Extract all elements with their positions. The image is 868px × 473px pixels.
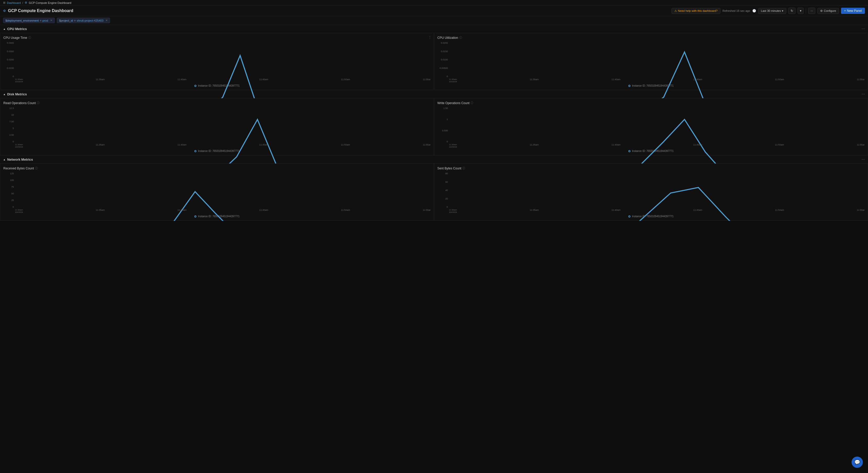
received-bytes-title: Received Bytes Count ⓘ xyxy=(3,166,431,170)
y-axis: 0.0200 0.0150 0.0100 0.00500 0 xyxy=(437,42,449,77)
read-ops-title: Read Operations Count ⓘ xyxy=(3,101,431,105)
filter-project[interactable]: $project_id = shruti-project-425403 ✕ xyxy=(57,18,110,23)
filter-deployment[interactable]: $deployment_environment = prod ✕ xyxy=(3,18,55,23)
received-bytes-chart: 125 100 75 50 25 0 11:30am 10/23/24 11:3… xyxy=(3,172,431,213)
header-controls: ⚠ Need help with this dashboard? Refresh… xyxy=(672,8,865,14)
x-axis: 11:30am 10/23/24 11:35am 11:40am 11:45am… xyxy=(449,209,865,213)
cpu-usage-time-panel: CPU Usage Time ⓘ ⋮ 0.0400 0.0300 0.0200 … xyxy=(0,33,434,90)
more-icon: ··· xyxy=(810,9,813,12)
collapse-icon: ▲ xyxy=(3,93,6,96)
y-axis: 1.50 1 0.500 0 xyxy=(437,107,449,143)
network-charts-grid: Received Bytes Count ⓘ 125 100 75 50 25 … xyxy=(0,163,868,221)
breadcrumb: ⊞ Dashboard / ⚙ GCP Compute Engine Dashb… xyxy=(0,0,868,6)
section-more-button[interactable]: ··· xyxy=(862,27,865,31)
chevron-down-icon: ▾ xyxy=(782,9,783,12)
x-axis: 11:30am 10/23/24 11:35am 11:40am 11:45am… xyxy=(449,78,865,83)
chart-more-button[interactable]: ⋮ xyxy=(428,35,432,39)
plus-icon: + xyxy=(844,9,846,12)
info-icon[interactable]: ⓘ xyxy=(462,166,465,170)
breadcrumb-separator: / xyxy=(22,1,23,4)
help-button[interactable]: ⚠ Need help with this dashboard? xyxy=(672,8,720,14)
chevron-down-icon: ▾ xyxy=(800,9,801,12)
info-icon[interactable]: ⓘ xyxy=(459,36,462,40)
home-icon: ⊞ xyxy=(3,1,5,4)
page-title: GCP Compute Engine Dashboard xyxy=(8,8,73,13)
read-ops-panel: Read Operations Count ⓘ 12.5 10 7.50 5 2… xyxy=(0,98,434,155)
gear-icon: ⚙ xyxy=(820,9,823,12)
help-icon: ⚠ xyxy=(674,9,677,12)
cpu-metrics-section: ▲ CPU Metrics ··· CPU Usage Time ⓘ ⋮ 0.0… xyxy=(0,25,868,90)
refresh-button[interactable]: ↻ xyxy=(788,8,796,14)
info-icon[interactable]: ⓘ xyxy=(35,166,38,170)
breadcrumb-icon: ⚙ xyxy=(25,1,27,4)
write-ops-chart: 1.50 1 0.500 0 11:30am 10/23/24 11:35am … xyxy=(437,107,865,148)
cpu-utilization-title: CPU Utilization ⓘ xyxy=(437,36,865,40)
clock-icon: 🕐 xyxy=(752,9,756,12)
cpu-charts-grid: CPU Usage Time ⓘ ⋮ 0.0400 0.0300 0.0200 … xyxy=(0,33,868,90)
cpu-section-title: CPU Metrics xyxy=(7,27,27,31)
sent-bytes-chart: 80 60 40 20 0 11:30am 10/23/24 11:35am 1… xyxy=(437,172,865,213)
refresh-info: Refreshed 16 sec ago xyxy=(722,9,750,12)
breadcrumb-home[interactable]: Dashboard xyxy=(7,1,21,4)
sent-bytes-svg xyxy=(449,172,865,221)
cpu-usage-time-chart: 0.0400 0.0300 0.0200 0.0100 0 11:30am 10… xyxy=(3,42,431,83)
received-bytes-svg xyxy=(15,172,431,221)
disk-metrics-section: ▲ Disk Metrics ··· Read Operations Count… xyxy=(0,90,868,156)
info-icon[interactable]: ⓘ xyxy=(28,36,31,40)
filter-close-icon[interactable]: ✕ xyxy=(50,19,53,22)
cpu-usage-time-title: CPU Usage Time ⓘ xyxy=(3,36,431,40)
x-axis: 11:30am 10/23/24 11:35am 11:40am 11:45am… xyxy=(15,209,431,213)
read-ops-chart: 12.5 10 7.50 5 2.50 0 11:30am 10/23/24 1… xyxy=(3,107,431,148)
breadcrumb-current[interactable]: GCP Compute Engine Dashboard xyxy=(29,1,71,4)
received-bytes-panel: Received Bytes Count ⓘ 125 100 75 50 25 … xyxy=(0,163,434,221)
x-axis: 11:30am 10/23/24 11:35am 11:40am 11:45am… xyxy=(449,144,865,148)
x-axis: 11:30am 10/23/24 11:35am 11:40am 11:45am… xyxy=(15,78,431,83)
info-icon[interactable]: ⓘ xyxy=(470,101,473,105)
collapse-icon: ▲ xyxy=(3,28,6,30)
collapse-icon: ▲ xyxy=(3,158,6,161)
configure-button[interactable]: ⚙ Configure xyxy=(817,8,839,14)
filter-close-icon[interactable]: ✕ xyxy=(105,19,108,22)
divider xyxy=(806,8,806,13)
dashboard-icon: ⚙ xyxy=(3,9,6,12)
y-axis: 12.5 10 7.50 5 2.50 0 xyxy=(3,107,15,143)
dashboard-header: ⚙ GCP Compute Engine Dashboard ⚠ Need he… xyxy=(0,6,868,16)
cpu-utilization-chart: 0.0200 0.0150 0.0100 0.00500 0 11:30am 1… xyxy=(437,42,865,83)
time-range-button[interactable]: Last 30 minutes ▾ xyxy=(758,8,786,14)
y-axis: 0.0400 0.0300 0.0200 0.0100 0 xyxy=(3,42,15,77)
refresh-dropdown-button[interactable]: ▾ xyxy=(798,8,804,14)
cpu-utilization-panel: CPU Utilization ⓘ 0.0200 0.0150 0.0100 0… xyxy=(434,33,868,90)
filter-bar: $deployment_environment = prod ✕ $projec… xyxy=(0,16,868,25)
title-row: ⚙ GCP Compute Engine Dashboard xyxy=(3,8,73,13)
refresh-icon: ↻ xyxy=(790,9,793,12)
new-panel-button[interactable]: + New Panel xyxy=(841,8,865,14)
more-options-button[interactable]: ··· xyxy=(808,8,815,14)
network-metrics-section: ▲ Network Metrics ··· Received Bytes Cou… xyxy=(0,156,868,221)
info-icon[interactable]: ⓘ xyxy=(37,101,40,105)
write-ops-title: Write Operations Count ⓘ xyxy=(437,101,865,105)
disk-charts-grid: Read Operations Count ⓘ 12.5 10 7.50 5 2… xyxy=(0,98,868,156)
y-axis: 80 60 40 20 0 xyxy=(437,172,449,208)
x-axis: 11:30am 10/23/24 11:35am 11:40am 11:45am… xyxy=(15,144,431,148)
write-ops-panel: Write Operations Count ⓘ 1.50 1 0.500 0 … xyxy=(434,98,868,155)
sent-bytes-title: Sent Bytes Count ⓘ xyxy=(437,166,865,170)
y-axis: 125 100 75 50 25 0 xyxy=(3,172,15,208)
cpu-section-header[interactable]: ▲ CPU Metrics ··· xyxy=(0,25,868,33)
sent-bytes-panel: Sent Bytes Count ⓘ 80 60 40 20 0 11:30am… xyxy=(434,163,868,221)
